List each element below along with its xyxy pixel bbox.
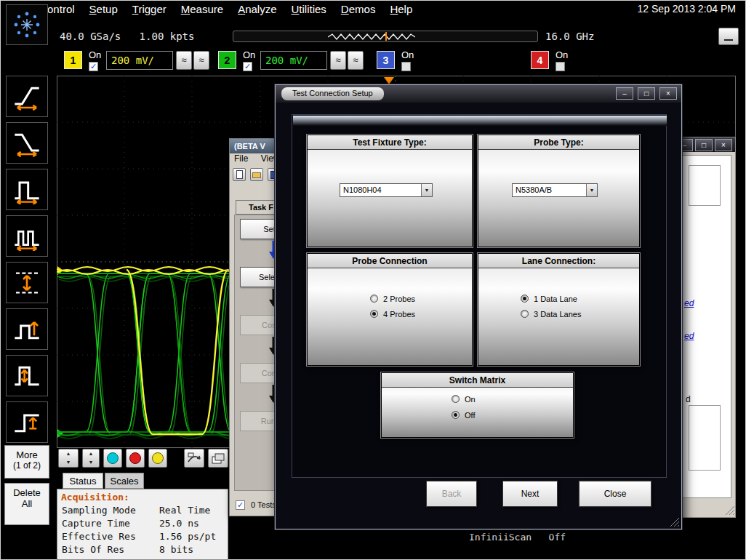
- close-icon[interactable]: ×: [715, 139, 732, 151]
- acquisition-memory-bar[interactable]: [233, 31, 538, 42]
- channel2-button[interactable]: 2: [218, 51, 236, 69]
- spin-up-icon[interactable]: ▲: [83, 449, 99, 458]
- radio-1-data-lane[interactable]: [521, 295, 529, 303]
- radio-2-probes[interactable]: [370, 295, 378, 303]
- channel1-scale-up-button[interactable]: ≈: [176, 51, 192, 70]
- lane-connection-group: Lane Connection: 1 Data Lane 3 Data Lane…: [478, 253, 640, 366]
- oscilloscope-application: File Control Setup Trigger Measure Analy…: [0, 0, 746, 560]
- step-rise-tool-button[interactable]: [6, 401, 48, 443]
- spin-up-icon[interactable]: ▲: [59, 449, 78, 458]
- new-document-icon[interactable]: [233, 168, 246, 181]
- menu-analyze[interactable]: Analyze: [230, 1, 284, 17]
- memory-depth: 1.00 kpts: [140, 31, 195, 42]
- delete-all-button[interactable]: Delete All: [4, 483, 49, 525]
- channel4-on-checkbox[interactable]: [556, 62, 565, 71]
- channel1-scale-down-button[interactable]: ≈: [193, 51, 209, 70]
- vertical-range-tool-button[interactable]: [6, 262, 48, 303]
- radio-3-data-lanes[interactable]: [521, 310, 529, 318]
- menu-demos[interactable]: Demos: [334, 1, 383, 17]
- result-link-fragment[interactable]: ed: [684, 331, 694, 341]
- tests-count-row: ✓ 0 Tests: [236, 500, 276, 510]
- channel2-scale-field[interactable]: 200 mV/: [260, 51, 327, 70]
- yellow-marker-button[interactable]: [148, 449, 167, 468]
- channel1-button[interactable]: 1: [64, 51, 82, 69]
- resize-grip-icon[interactable]: [725, 505, 735, 516]
- radio-switch-on[interactable]: [452, 395, 460, 403]
- dialog-content: Test Fixture Type: N1080H04 ▼ Probe Type…: [292, 114, 667, 478]
- infiniiscan-value: Off: [549, 532, 566, 543]
- acq-row-value: 1.56 ps/pt: [159, 530, 216, 543]
- minimize-icon: [724, 39, 733, 41]
- result-link-fragment[interactable]: ed: [684, 298, 694, 308]
- red-dot-icon: [129, 452, 141, 464]
- open-folder-icon[interactable]: [250, 168, 263, 181]
- more-tools-button[interactable]: More (1 of 2): [4, 445, 49, 479]
- switch-matrix-option-row: On: [452, 392, 476, 405]
- maximize-icon[interactable]: □: [638, 87, 655, 100]
- radio-switch-off[interactable]: [452, 411, 460, 419]
- layers-button[interactable]: [208, 449, 228, 468]
- acq-row-value: Real Time: [159, 504, 210, 517]
- menu-help[interactable]: Help: [382, 1, 420, 17]
- channel2-on-checkbox[interactable]: ✓: [243, 62, 252, 71]
- test-fixture-dropdown[interactable]: N1080H04 ▼: [340, 183, 433, 197]
- spin-down-icon[interactable]: ▼: [59, 458, 78, 467]
- waveform-recall-button[interactable]: [184, 449, 204, 468]
- menu-setup[interactable]: Setup: [82, 1, 125, 17]
- close-icon[interactable]: ×: [659, 87, 677, 100]
- falling-edge-tool-button[interactable]: [6, 122, 48, 164]
- back-button: Back: [426, 481, 477, 507]
- minimize-app-button[interactable]: [718, 28, 739, 45]
- channel2-scale-up-button[interactable]: ≈: [330, 51, 346, 70]
- vertical-spinner-1[interactable]: ▲ ▼: [58, 449, 79, 468]
- pulse-height-tool-button[interactable]: [6, 355, 48, 396]
- result-text-fragment: d: [686, 394, 691, 404]
- runt-pulse-tool-button[interactable]: [6, 308, 48, 350]
- delete-label1: Delete: [5, 487, 49, 498]
- vertical-spinner-2[interactable]: ▲ ▼: [82, 449, 100, 468]
- probe-type-group-title: Probe Type:: [478, 135, 639, 150]
- pulse-width-tool-button[interactable]: [6, 169, 48, 210]
- infiniiscan-status: InfiniiScan Off: [469, 532, 566, 543]
- menu-utilities[interactable]: Utilities: [284, 1, 334, 17]
- tests-checkbox[interactable]: ✓: [236, 500, 245, 510]
- channel3-on-checkbox[interactable]: [401, 62, 411, 71]
- beta-menu-file[interactable]: File: [234, 153, 248, 164]
- radio-1-data-lane-label: 1 Data Lane: [534, 295, 577, 303]
- menu-trigger[interactable]: Trigger: [125, 1, 174, 17]
- channel1-on-checkbox[interactable]: ✓: [89, 62, 98, 71]
- test-fixture-value: N1080H04: [343, 184, 382, 196]
- acq-row-value: 25.0 ns: [159, 517, 199, 530]
- cyan-marker-button[interactable]: [103, 449, 122, 468]
- pattern-tool-button[interactable]: [6, 215, 48, 257]
- chevron-down-icon[interactable]: ▼: [421, 184, 432, 196]
- resize-grip-icon[interactable]: [670, 517, 680, 527]
- chevron-down-icon[interactable]: ▼: [586, 184, 597, 196]
- sample-rate: 40.0 GSa/s: [60, 31, 121, 42]
- rising-edge-tool-button[interactable]: [6, 76, 48, 117]
- channel2-scale-down-button[interactable]: ≈: [348, 51, 364, 70]
- radio-switch-off-label: Off: [465, 411, 475, 420]
- lane-connection-option-row: 1 Data Lane: [521, 292, 577, 305]
- next-button[interactable]: Next: [502, 481, 558, 507]
- tests-count-label: 0 Tests: [251, 500, 276, 509]
- delete-label2: All: [5, 498, 49, 509]
- probe-type-dropdown[interactable]: N5380A/B ▼: [512, 183, 598, 197]
- minimize-icon[interactable]: –: [616, 87, 633, 100]
- close-button[interactable]: Close: [579, 481, 651, 507]
- maximize-icon[interactable]: □: [695, 139, 713, 151]
- dialog-title-bar[interactable]: Test Connection Setup – □ ×: [276, 85, 681, 103]
- channel3-button[interactable]: 3: [377, 51, 395, 69]
- pulse-height-icon: [12, 361, 41, 391]
- tab-scales[interactable]: Scales: [105, 473, 144, 489]
- radio-4-probes[interactable]: [370, 310, 378, 318]
- menu-measure[interactable]: Measure: [174, 1, 230, 17]
- tab-status[interactable]: Status: [63, 473, 103, 489]
- spark-logo-icon: [11, 9, 43, 41]
- spin-down-icon[interactable]: ▼: [83, 458, 99, 467]
- trigger-position-marker[interactable]: [385, 32, 387, 41]
- curve-arrow-icon: [187, 452, 201, 465]
- channel4-button[interactable]: 4: [531, 51, 549, 69]
- channel1-scale-field[interactable]: 200 mV/: [106, 51, 173, 70]
- red-marker-button[interactable]: [126, 449, 145, 468]
